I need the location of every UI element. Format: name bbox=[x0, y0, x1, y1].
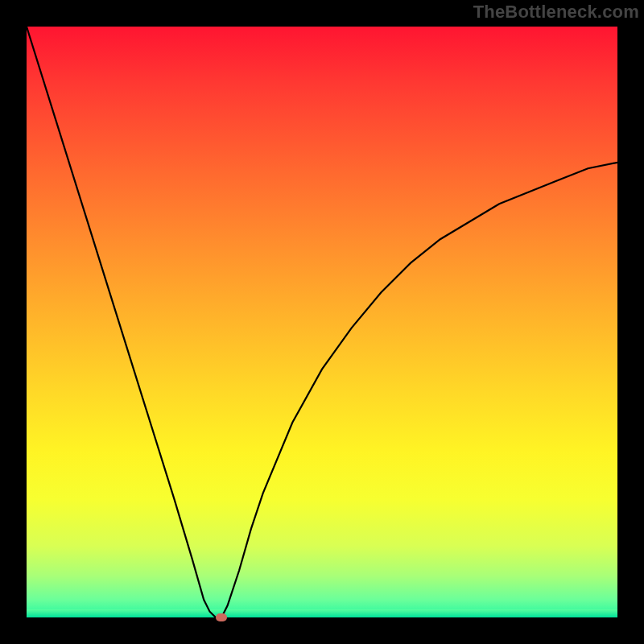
plot-area bbox=[27, 27, 617, 617]
bottleneck-curve bbox=[27, 27, 617, 617]
watermark-text: TheBottleneck.com bbox=[473, 2, 639, 23]
optimal-point-marker bbox=[216, 613, 227, 621]
curve-layer bbox=[27, 27, 617, 617]
chart-frame: TheBottleneck.com bbox=[0, 0, 644, 644]
